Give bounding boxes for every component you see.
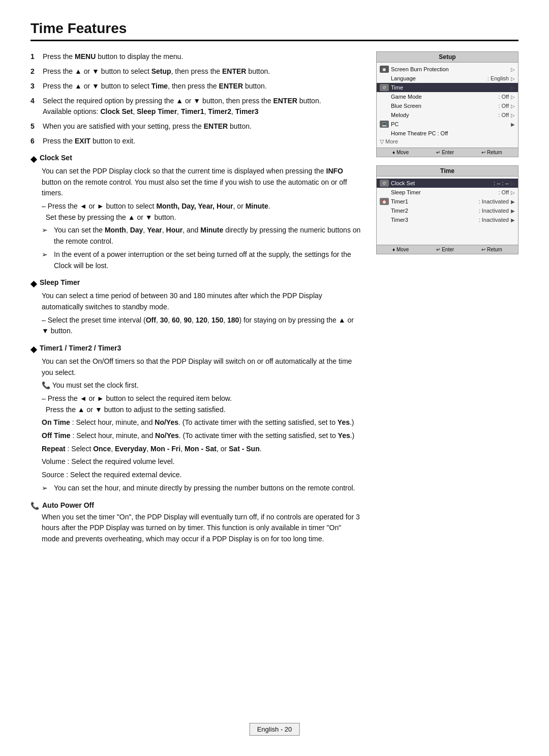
- menu-icon-clockset: ⏱: [380, 180, 389, 187]
- step-5: 5 When you are satisfied with your setti…: [30, 121, 361, 132]
- timers-body: You can set the On/Off timers so that th…: [30, 356, 361, 494]
- menu-arrow-timer3: ▶: [511, 217, 515, 223]
- sleep-timer-section: ◆ Sleep Timer You can select a time peri…: [30, 278, 361, 337]
- menu-value-clockset: : -- : --: [494, 180, 509, 186]
- menu-label-pc: PC: [391, 121, 509, 127]
- menu-arrow-melody: ▷: [511, 112, 515, 118]
- left-content: 1 Press the MENU button to display the m…: [30, 51, 361, 549]
- clock-set-p1: You can set the PDP Display clock so tha…: [42, 166, 361, 199]
- sleep-timer-p2: – Select the preset time interval (Off, …: [42, 315, 361, 337]
- menu-label-timer3: Timer3: [380, 217, 477, 223]
- timers-on-time: On Time : Select hour, minute, and No/Ye…: [42, 417, 361, 428]
- menu-icon-screensave: ▣: [380, 66, 389, 73]
- step-text: When you are satisfied with your setting…: [43, 121, 252, 132]
- sleep-timer-header: ◆ Sleep Timer: [30, 278, 361, 288]
- menu-label-bluescreen: Blue Screen: [380, 103, 496, 109]
- clock-set-header: ◆ Clock Set: [30, 154, 361, 164]
- menu-value-melody: : Off: [498, 112, 509, 118]
- step-num: 6: [30, 136, 39, 147]
- steps-list: 1 Press the MENU button to display the m…: [30, 51, 361, 147]
- footer-return: ↩ Return: [481, 247, 502, 252]
- clock-set-section: ◆ Clock Set You can set the PDP Display …: [30, 154, 361, 271]
- time-row-timer3: Timer3 : Inactivated ▶: [377, 215, 518, 224]
- diamond-icon: ◆: [30, 344, 37, 354]
- page-title: Time Features: [30, 20, 518, 41]
- menu-value-timer1: : Inactivated: [479, 198, 509, 205]
- menu-arrow-screensave: ▷: [511, 67, 515, 72]
- timers-p1: You can set the On/Off timers so that th…: [42, 356, 361, 378]
- sleep-timer-p1: You can select a time period of between …: [42, 290, 361, 312]
- timers-arrow1: ➢You can set the hour, and minute direct…: [42, 483, 361, 494]
- menu-icon-time: ⏱: [380, 84, 389, 91]
- menu-arrow-gamemode: ▷: [511, 94, 515, 100]
- step-6: 6 Press the EXIT button to exit.: [30, 136, 361, 147]
- menu-arrow-clockset: ▷: [511, 181, 515, 186]
- diamond-icon: ◆: [30, 154, 37, 164]
- footer-enter: ↵ Enter: [436, 247, 454, 252]
- timers-phone-note: 📞 You must set the clock first.: [42, 380, 361, 391]
- menu-label-sleep: Sleep Timer: [380, 189, 496, 195]
- menu-row-time: ⏱ Time ▷: [377, 83, 518, 92]
- menu-icon-timer1: ⏰: [380, 198, 389, 205]
- time-row-clockset: ⏱ Clock Set : -- : -- ▷: [377, 179, 518, 188]
- menu-row-screensave: ▣ Screen Burn Protection ▷: [377, 65, 518, 74]
- menu-value-sleep: : Off: [498, 189, 509, 195]
- menu-row-melody: Melody : Off ▷: [377, 110, 518, 120]
- step-num: 2: [30, 66, 39, 77]
- sleep-timer-body: You can select a time period of between …: [30, 290, 361, 337]
- time-row-spacer2: [377, 234, 518, 243]
- timers-label: Timer1 / Timer2 / Timer3: [40, 344, 121, 352]
- time-menu-footer: ♦ Move ↵ Enter ↩ Return: [377, 245, 518, 254]
- timers-off-time: Off Time : Select hour, minute, and No/Y…: [42, 430, 361, 442]
- menu-row-language: Language : English ▷: [377, 74, 518, 83]
- menu-arrow-timer1: ▶: [511, 199, 515, 205]
- menu-label-timer1: Timer1: [391, 198, 477, 205]
- menu-arrow-time: ▷: [511, 85, 515, 91]
- menu-label-time: Time: [391, 84, 509, 91]
- clock-set-body: You can set the PDP Display clock so tha…: [30, 166, 361, 271]
- menu-arrow-timer2: ▶: [511, 208, 515, 214]
- setup-menu-footer: ♦ Move ↵ Enter ↩ Return: [377, 148, 518, 157]
- auto-power-off-section: 📞 Auto Power Off When you set the timer …: [30, 501, 361, 545]
- menu-label-gamemode: Game Mode: [380, 94, 496, 100]
- sleep-timer-label: Sleep Timer: [40, 278, 80, 286]
- menu-row-pc: 💻 PC ▶: [377, 120, 518, 129]
- footer-enter: ↵ Enter: [436, 150, 454, 155]
- setup-menu-title: Setup: [377, 52, 518, 63]
- page-number: English - 20: [250, 723, 300, 736]
- timers-volume: Volume : Select the required volume leve…: [42, 456, 361, 468]
- setup-menu: Setup ▣ Screen Burn Protection ▷ Languag…: [376, 51, 518, 157]
- menu-value-timer2: : Inactivated: [479, 208, 509, 214]
- menu-label-clockset: Clock Set: [391, 180, 492, 186]
- auto-power-off-body: When you set the timer "On", the PDP Dis…: [30, 512, 361, 545]
- menu-label-timer2: Timer2: [380, 208, 477, 214]
- right-menus: Setup ▣ Screen Burn Protection ▷ Languag…: [376, 51, 518, 549]
- menu-value-language: : English: [487, 75, 509, 81]
- menu-value-timer3: : Inactivated: [479, 217, 509, 223]
- menu-row-bluescreen: Blue Screen : Off ▷: [377, 101, 518, 110]
- step-1: 1 Press the MENU button to display the m…: [30, 51, 361, 62]
- menu-arrow-pc: ▶: [511, 122, 515, 127]
- menu-label-homepc: Home Theatre PC : Off: [380, 130, 513, 136]
- footer-move: ♦ Move: [392, 150, 409, 155]
- step-3: 3 Press the ▲ or ▼ button to select Time…: [30, 81, 361, 92]
- menu-arrow-sleep: ▷: [511, 190, 515, 195]
- step-num: 5: [30, 121, 39, 132]
- time-menu-title: Time: [377, 166, 518, 177]
- step-text: Press the MENU button to display the men…: [43, 51, 183, 62]
- step-num: 1: [30, 51, 39, 62]
- menu-arrow-bluescreen: ▷: [511, 103, 515, 109]
- phone-icon: 📞: [30, 502, 39, 510]
- time-menu: Time ⏱ Clock Set : -- : -- ▷ Sleep Timer…: [376, 165, 518, 254]
- timers-p2: – Press the ◄ or ► button to select the …: [42, 393, 361, 415]
- clock-set-label: Clock Set: [40, 154, 72, 162]
- step-text: Select the required option by pressing t…: [43, 96, 321, 117]
- step-text: Press the ▲ or ▼ button to select Time, …: [43, 81, 267, 92]
- menu-icon-pc: 💻: [380, 121, 389, 128]
- menu-label-language: Language: [380, 75, 485, 81]
- step-4: 4 Select the required option by pressing…: [30, 96, 361, 117]
- time-menu-rows: ⏱ Clock Set : -- : -- ▷ Sleep Timer : Of…: [377, 177, 518, 245]
- time-row-timer2: Timer2 : Inactivated ▶: [377, 206, 518, 215]
- menu-row-homepc: Home Theatre PC : Off: [377, 129, 518, 138]
- clock-set-p2: – Press the ◄ or ► button to select Mont…: [42, 201, 361, 223]
